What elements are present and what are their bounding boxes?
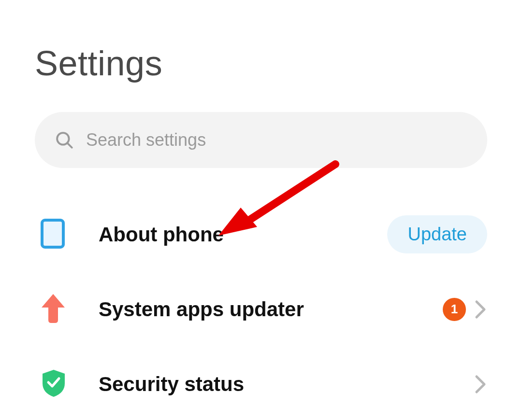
search-placeholder: Search settings bbox=[86, 130, 206, 150]
notification-badge: 1 bbox=[443, 298, 466, 321]
settings-list: About phone Update System apps updater 1 bbox=[0, 197, 522, 420]
shield-icon bbox=[41, 369, 67, 400]
row-system-apps-updater[interactable]: System apps updater 1 bbox=[0, 272, 522, 347]
svg-rect-2 bbox=[42, 220, 63, 247]
arrow-up-icon bbox=[41, 293, 66, 326]
page-title: Settings bbox=[35, 43, 522, 83]
chevron-right-icon bbox=[475, 300, 487, 319]
row-label-about-phone: About phone bbox=[99, 223, 387, 246]
svg-line-1 bbox=[67, 143, 72, 148]
chevron-right-icon bbox=[475, 375, 487, 394]
phone-icon bbox=[41, 219, 65, 251]
search-input[interactable]: Search settings bbox=[35, 112, 487, 168]
row-security-status[interactable]: Security status bbox=[0, 347, 522, 420]
row-label-security-status: Security status bbox=[99, 373, 475, 396]
update-button[interactable]: Update bbox=[387, 215, 487, 253]
search-icon bbox=[54, 130, 74, 150]
row-about-phone[interactable]: About phone Update bbox=[0, 197, 522, 272]
row-label-system-apps-updater: System apps updater bbox=[99, 298, 443, 321]
